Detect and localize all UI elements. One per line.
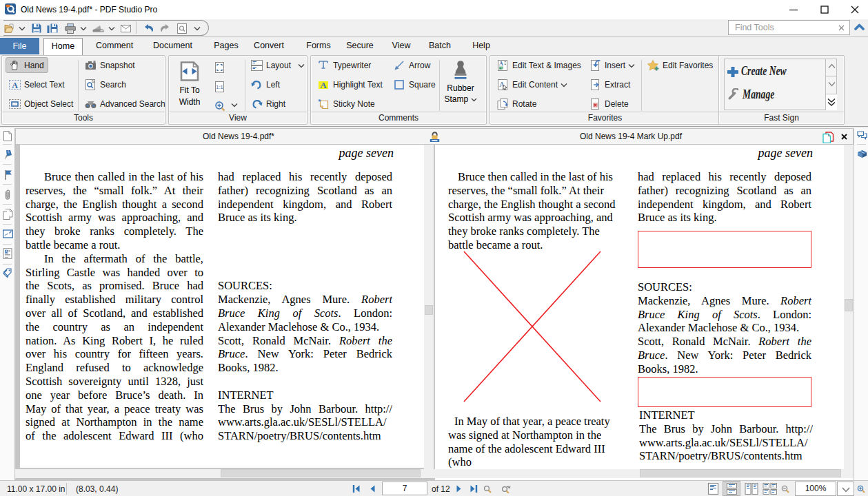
svg-text:A: A	[320, 80, 327, 90]
svg-text:1:1: 1:1	[216, 84, 223, 90]
svg-text:A: A	[12, 81, 18, 90]
svg-text:A: A	[499, 61, 503, 67]
